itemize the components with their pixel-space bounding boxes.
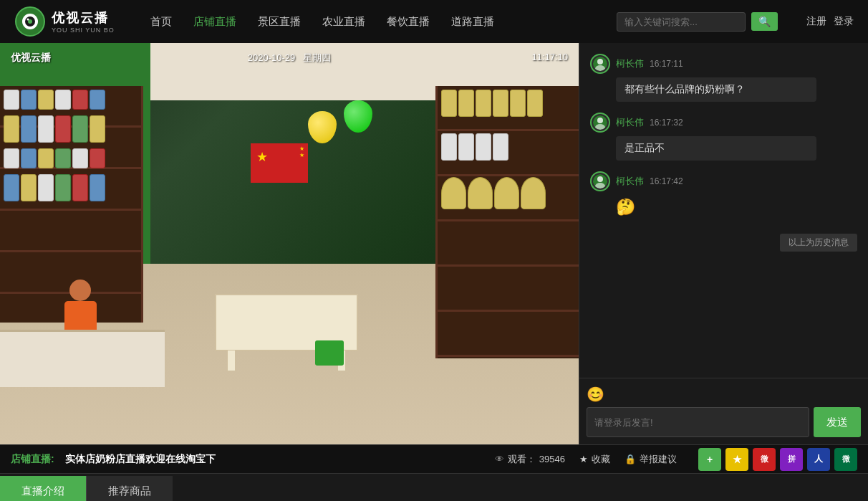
view-count-stat: 👁 观看： 39546 (495, 453, 565, 466)
product-can (4, 148, 19, 168)
info-bar: 店铺直播: 实体店奶粉店直播欢迎在线淘宝下 👁 观看： 39546 ★ 收藏 🔒… (0, 444, 868, 473)
product-can (441, 90, 457, 117)
chat-username-2: 柯长伟 (616, 116, 644, 129)
chat-username-3: 柯长伟 (616, 175, 644, 188)
product-can (468, 177, 493, 209)
product-can (38, 174, 54, 201)
nav-dining-live[interactable]: 餐饮直播 (387, 15, 430, 29)
view-label: 观看： (508, 453, 536, 466)
action-wechat-button[interactable]: 微 (834, 448, 857, 471)
input-row: 发送 (587, 407, 861, 437)
collect-label: 收藏 (592, 453, 610, 466)
product-can (4, 90, 19, 110)
stream-label: 店铺直播: (11, 453, 54, 466)
report-stat[interactable]: 🔒 举报建议 (625, 453, 677, 466)
product-can (510, 90, 526, 117)
video-area: ★ ★★ 优视云播 2 (0, 43, 579, 444)
chat-header-1: 柯长伟 16:17:11 (590, 54, 857, 74)
logo-chinese: 优视云播 (52, 9, 115, 27)
star-icon: ★ (579, 454, 588, 464)
collect-stat[interactable]: ★ 收藏 (579, 453, 610, 466)
nav-scenic-live[interactable]: 景区直播 (258, 15, 301, 29)
chat-input[interactable] (587, 407, 809, 437)
chat-time-3: 16:17:42 (650, 176, 683, 186)
product-can (90, 174, 105, 201)
table-leg (227, 350, 236, 371)
chat-avatar-2 (590, 113, 610, 133)
china-flag: ★ ★★ (251, 143, 308, 183)
nav-store-live[interactable]: 店铺直播 (193, 15, 236, 29)
avatar-inner-1 (593, 57, 607, 71)
store-scene: ★ ★★ (0, 43, 579, 444)
emoji-button[interactable]: 😊 (587, 386, 604, 403)
report-icon: 🔒 (625, 454, 636, 464)
chat-time-1: 16:17:11 (650, 59, 683, 69)
product-can (458, 90, 474, 117)
emoji-row: 😊 (587, 386, 861, 403)
nav-road-live[interactable]: 道路直播 (451, 15, 494, 29)
product-can (476, 133, 491, 161)
action-person-button[interactable]: 人 (807, 448, 830, 471)
left-shelf-products (4, 90, 140, 312)
video-weekday: 星期四 (303, 52, 331, 63)
main-nav: 首页 店铺直播 景区直播 农业直播 餐饮直播 道路直播 (150, 15, 595, 29)
history-button[interactable]: 以上为历史消息 (780, 234, 857, 252)
flag-star: ★ (256, 149, 268, 165)
product-can (90, 90, 105, 110)
chat-username-1: 柯长伟 (616, 57, 644, 70)
nav-home[interactable]: 首页 (150, 15, 172, 29)
product-can (21, 90, 37, 110)
search-area: 🔍 (617, 12, 778, 32)
product-can (72, 90, 88, 110)
product-can (55, 174, 71, 201)
chat-avatar-3 (590, 171, 610, 191)
chat-input-area: 😊 发送 (579, 378, 868, 444)
action-star-button[interactable]: ★ (725, 448, 748, 471)
product-can (458, 133, 474, 161)
nav-agri-live[interactable]: 农业直播 (322, 15, 365, 29)
action-plus-button[interactable]: + (698, 448, 721, 471)
product-can (527, 90, 543, 117)
product-can (521, 177, 546, 209)
product-can (21, 174, 37, 201)
search-input[interactable] (617, 12, 746, 32)
product-can (90, 148, 105, 168)
product-can (4, 174, 19, 201)
right-shelf (435, 86, 579, 358)
action-pinyin-button[interactable]: 拼 (780, 448, 803, 471)
chat-bubble-3: 🤔 (616, 195, 816, 219)
green-balloon (344, 100, 372, 133)
history-divider: 以上为历史消息 (590, 230, 857, 255)
action-weibo-button[interactable]: 微 (753, 448, 776, 471)
product-can (72, 115, 88, 143)
product-can (72, 148, 88, 168)
svg-point-6 (597, 59, 603, 65)
logo-english: YOU SHI YUN BO (52, 27, 115, 34)
store-counter (0, 330, 165, 387)
info-stats: 👁 观看： 39546 ★ 收藏 🔒 举报建议 (495, 453, 677, 466)
product-can (38, 148, 54, 168)
video-player[interactable]: ★ ★★ 优视云播 2 (0, 43, 579, 444)
product-can (441, 133, 457, 161)
main-content: ★ ★★ 优视云播 2 (0, 43, 868, 444)
yellow-balloon (308, 111, 337, 143)
tab-intro[interactable]: 直播介绍 (0, 476, 86, 501)
product-can (441, 177, 466, 209)
product-can (55, 90, 71, 110)
worker-head (69, 280, 91, 301)
chat-header-2: 柯长伟 16:17:32 (590, 113, 857, 133)
register-button[interactable]: 注册 (806, 15, 826, 28)
search-button[interactable]: 🔍 (751, 12, 778, 31)
svg-point-12 (597, 176, 603, 182)
chat-message-2: 柯长伟 16:17:32 是正品不 (590, 113, 857, 161)
tab-products[interactable]: 推荐商品 (86, 476, 173, 501)
product-can (4, 115, 19, 143)
send-button[interactable]: 发送 (814, 407, 861, 437)
product-can (493, 90, 508, 117)
login-button[interactable]: 登录 (834, 15, 854, 28)
chat-header-3: 柯长伟 16:17:42 (590, 171, 857, 191)
video-date: 2020-10-29 (248, 52, 296, 63)
svg-point-9 (597, 118, 603, 123)
video-time-overlay: 11:17:10 (531, 52, 568, 62)
chat-bubble-1: 都有些什么品牌的奶粉啊？ (616, 77, 816, 102)
